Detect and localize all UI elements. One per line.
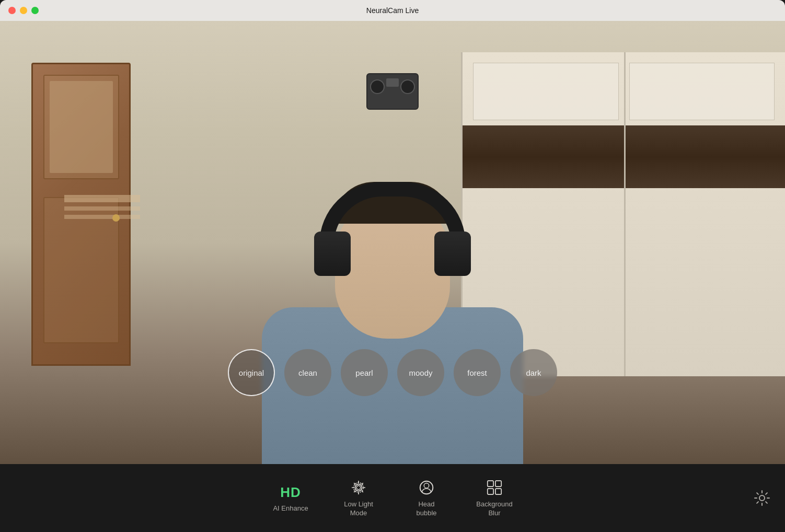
svg-point-4 <box>424 483 429 488</box>
boombox <box>366 73 419 110</box>
filter-bubbles-container: originalcleanpearlmoodyforestdark <box>228 349 557 396</box>
settings-icon <box>754 490 770 506</box>
svg-rect-7 <box>488 489 493 494</box>
headbubble-label: Headbubble <box>416 500 436 518</box>
svg-point-2 <box>356 485 361 490</box>
door <box>31 63 131 366</box>
filter-bubble-dark[interactable]: dark <box>510 349 557 396</box>
boombox-center <box>386 78 399 87</box>
bgblur-icon <box>485 478 504 497</box>
boombox-speaker-left <box>370 79 385 94</box>
door-stripe-3 <box>64 215 140 219</box>
camera-view: originalcleanpearlmoodyforestdark <box>0 21 785 464</box>
hd-sublabel: AI Enhance <box>273 504 308 512</box>
svg-point-0 <box>355 484 362 491</box>
titlebar: NeuralCam Live <box>0 0 785 21</box>
bgblur-label: BackgroundBlur <box>476 500 512 518</box>
svg-rect-8 <box>495 489 501 494</box>
window-title: NeuralCam Live <box>366 6 419 15</box>
door-panel-top <box>43 75 119 179</box>
person <box>210 109 575 464</box>
maximize-button[interactable] <box>31 7 39 14</box>
toolbar: HD AI Enhance Low LightMode <box>0 464 785 532</box>
filter-bubble-forest[interactable]: forest <box>454 349 501 396</box>
settings-button[interactable] <box>752 488 772 508</box>
svg-rect-5 <box>488 481 493 487</box>
toolbar-item-headbubble[interactable]: Headbubble <box>406 478 447 518</box>
headphone-cup-left <box>314 232 351 276</box>
toolbar-item-bgblur[interactable]: BackgroundBlur <box>474 478 515 518</box>
toolbar-items: HD AI Enhance Low LightMode <box>270 478 515 518</box>
close-button[interactable] <box>8 7 16 14</box>
boombox-speaker-right <box>400 79 415 94</box>
filter-bubble-original[interactable]: original <box>228 349 275 396</box>
minimize-button[interactable] <box>20 7 27 14</box>
wardrobe-panel-right <box>629 63 775 120</box>
camera-feed: originalcleanpearlmoodyforestdark <box>0 21 785 464</box>
filter-bubble-pearl[interactable]: pearl <box>341 349 388 396</box>
hd-label: HD <box>280 484 301 502</box>
door-handle <box>112 214 120 222</box>
headphone-cup-right <box>434 232 471 276</box>
filter-bubble-moody[interactable]: moody <box>397 349 444 396</box>
door-panel-bottom <box>43 197 119 343</box>
lowlight-label: Low LightMode <box>344 500 373 518</box>
headbubble-icon <box>417 478 436 497</box>
door-stripe-2 <box>64 206 140 211</box>
toolbar-item-hd[interactable]: HD AI Enhance <box>270 484 311 513</box>
filter-bubble-clean[interactable]: clean <box>284 349 331 396</box>
svg-point-9 <box>759 495 765 501</box>
svg-rect-6 <box>495 481 501 487</box>
door-stripe <box>64 195 140 202</box>
lowlight-icon <box>349 478 368 497</box>
wardrobe-divider <box>624 52 626 376</box>
toolbar-item-lowlight[interactable]: Low LightMode <box>338 478 379 518</box>
window-controls <box>8 7 39 14</box>
